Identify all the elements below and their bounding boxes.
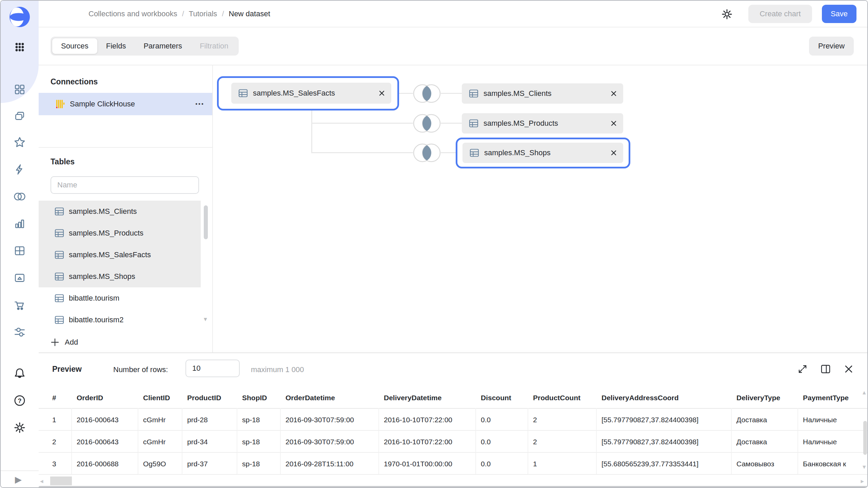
tab-filtration[interactable]: Filtration (191, 38, 237, 54)
rows-count-input[interactable] (185, 360, 240, 377)
collapse-panel-icon[interactable]: ▶ (15, 474, 22, 485)
lightning-icon[interactable] (14, 163, 26, 176)
marketplace-cart-icon[interactable] (14, 299, 26, 311)
scroll-down-icon[interactable]: ▾ (863, 464, 866, 470)
preview-table: # OrderID ClientID ProductID ShopID Orde… (39, 387, 868, 475)
datasets-venn-icon[interactable] (14, 190, 26, 203)
cell: 2016-10-10T07:22:00 (379, 431, 476, 453)
cell: [55.797790827,37.824400398] (597, 409, 732, 431)
bottom-scrollbar-track[interactable] (39, 486, 868, 488)
breadcrumb-separator: / (182, 9, 184, 18)
connection-item-sample-clickhouse[interactable]: Sample ClickHouse ••• (39, 93, 213, 115)
plus-icon (51, 338, 59, 347)
cell: prd-34 (182, 431, 237, 453)
source-node-products[interactable]: samples.MS_Products (462, 113, 623, 134)
join-wire (441, 123, 462, 124)
table-list-item[interactable]: samples.MS_SalesFacts (39, 244, 201, 266)
left-rail: ? ▶ (1, 1, 39, 487)
svg-text:?: ? (18, 398, 22, 404)
dashboard-table-icon[interactable] (14, 245, 26, 257)
create-chart-button[interactable]: Create chart (748, 5, 812, 23)
table-row: 1 2016-000643 cGmHr prd-28 sp-18 2016-09… (39, 409, 868, 431)
table-list-item[interactable]: samples.MS_Clients (39, 201, 201, 222)
bar-chart-icon[interactable] (14, 218, 26, 230)
connection-menu-icon[interactable]: ••• (195, 101, 204, 107)
tab-sources[interactable]: Sources (52, 38, 97, 54)
breadcrumb-collections[interactable]: Collections and workbooks (88, 9, 177, 18)
star-icon[interactable] (14, 136, 26, 148)
services-sliders-icon[interactable] (14, 326, 26, 338)
remove-source-icon[interactable] (610, 149, 617, 156)
column-header: ProductID (182, 387, 237, 409)
cell: 2016-09-28T15:11:00 (281, 453, 379, 475)
cell: Og59O (138, 453, 182, 475)
table-search-input[interactable] (51, 176, 199, 194)
cell: Наличные (798, 431, 868, 453)
remove-source-icon[interactable] (610, 120, 617, 127)
dataset-settings-gear-icon[interactable] (721, 8, 733, 20)
remove-source-icon[interactable] (610, 90, 617, 97)
table-list-item[interactable]: bibattle.tourism (39, 287, 201, 309)
table-list-item[interactable]: samples.MS_Products (39, 222, 201, 244)
remove-source-icon[interactable] (378, 90, 385, 97)
table-list-item[interactable]: bibattle.tourism2 (39, 309, 201, 331)
cell: 2016-09-30T07:59:00 (281, 431, 379, 453)
horizontal-scrollbar-thumb[interactable] (50, 476, 72, 485)
join-wire (311, 123, 413, 124)
tab-fields[interactable]: Fields (97, 38, 135, 54)
save-button[interactable]: Save (822, 5, 856, 23)
cell: Банковская к (798, 453, 868, 475)
close-preview-icon[interactable] (843, 363, 854, 375)
breadcrumb-separator: / (222, 9, 224, 18)
source-node-label: samples.MS_Products (484, 119, 558, 128)
settings-gear-icon[interactable] (14, 422, 26, 434)
cell: Доставка (732, 409, 798, 431)
source-node-shops[interactable]: samples.MS_Shops (462, 143, 623, 163)
apps-grid-icon[interactable] (14, 41, 26, 53)
table-list-item[interactable]: samples.MS_Shops (39, 266, 201, 287)
column-header: DeliveryAddressCoord (597, 387, 732, 409)
cell: Наличные (798, 409, 868, 431)
join-wire (311, 152, 413, 153)
panel-divider (39, 147, 213, 148)
preview-table-header: # OrderID ClientID ProductID ShopID Orde… (39, 387, 868, 409)
datalens-logo[interactable] (9, 6, 31, 28)
source-node-salesfacts[interactable]: samples.MS_SalesFacts (231, 83, 391, 104)
notifications-bell-icon[interactable] (14, 367, 26, 380)
preview-toggle-button[interactable]: Preview (809, 37, 854, 56)
cell: 2 (528, 409, 597, 431)
cell: [55.797790827,37.824400398] (597, 431, 732, 453)
inner-join-icon[interactable] (412, 84, 441, 103)
preview-panel-divider (39, 352, 868, 353)
horizontal-scrollbar[interactable]: ◂ ▸ (39, 476, 868, 486)
inner-join-icon[interactable] (412, 114, 441, 133)
scroll-left-icon[interactable]: ◂ (40, 478, 43, 484)
expand-preview-icon[interactable] (797, 363, 808, 375)
storage-folder-image-icon[interactable] (14, 272, 26, 284)
scroll-down-icon[interactable]: ▾ (204, 316, 207, 322)
join-wire (399, 93, 413, 94)
table-list-scrollbar-thumb[interactable] (204, 205, 208, 239)
scroll-right-icon[interactable]: ▸ (861, 478, 864, 484)
tab-parameters[interactable]: Parameters (135, 38, 191, 54)
source-node-clients[interactable]: samples.MS_Clients (462, 83, 623, 104)
dock-preview-icon[interactable] (820, 363, 831, 375)
inner-join-icon[interactable] (412, 143, 441, 163)
column-header: DeliveryDatetime (379, 387, 476, 409)
grid-squares-icon[interactable] (14, 83, 26, 96)
source-node-label: samples.MS_Clients (484, 89, 552, 98)
cell: 1970-01-01T00:00:00 (379, 453, 476, 475)
column-header: OrderDatetime (281, 387, 379, 409)
vertical-scrollbar-thumb[interactable] (863, 421, 867, 455)
table-icon (54, 293, 64, 303)
cell: 2 (39, 431, 72, 453)
column-header: ShopID (237, 387, 281, 409)
breadcrumb-tutorials[interactable]: Tutorials (189, 9, 217, 18)
help-icon[interactable]: ? (14, 394, 26, 407)
table-name: samples.MS_Shops (69, 272, 135, 281)
cell: sp-18 (237, 453, 281, 475)
folders-icon[interactable] (14, 110, 26, 122)
cell: 2016-10-10T07:22:00 (379, 409, 476, 431)
add-table-button[interactable]: Add (51, 333, 78, 351)
scroll-up-icon[interactable]: ▴ (863, 389, 866, 395)
